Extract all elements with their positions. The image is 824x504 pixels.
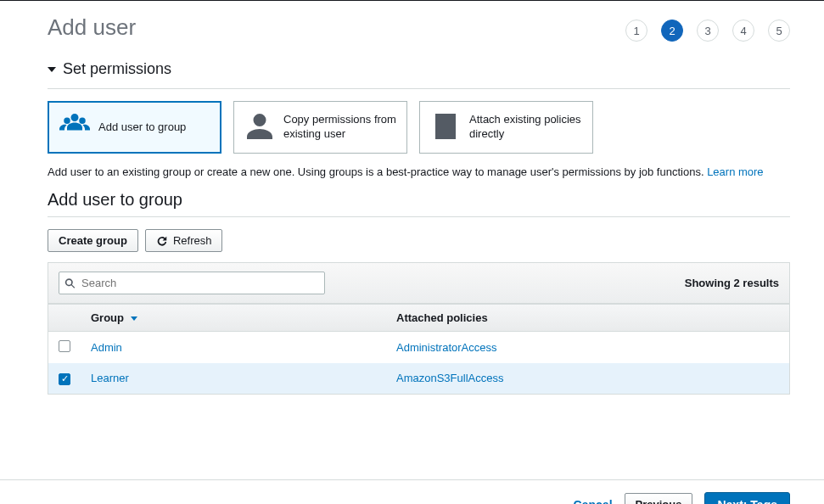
document-icon [430,111,461,144]
card-label: Attach existing policies directly [469,113,582,142]
refresh-button[interactable]: Refresh [145,229,223,252]
table-header-row: Group Attached policies [48,305,789,332]
cancel-button[interactable]: Cancel [574,498,613,505]
section-title: Set permissions [63,60,171,78]
sort-caret-icon [131,316,137,321]
row-checkbox[interactable] [59,373,70,385]
card-label: Add user to group [98,120,186,135]
section-header[interactable]: Set permissions [48,60,790,78]
refresh-icon [156,235,168,247]
policy-link[interactable]: AdministratorAccess [396,341,496,354]
step-5[interactable]: 5 [768,20,790,42]
user-icon [244,111,275,144]
search-box [59,272,325,294]
divider [48,216,790,217]
subsection-title: Add user to group [48,190,790,210]
create-group-button[interactable]: Create group [48,229,138,252]
help-text: Add user to an existing group or create … [48,165,790,178]
group-link[interactable]: Admin [91,341,122,354]
permission-card-2[interactable]: Attach existing policies directly [419,101,593,154]
step-2[interactable]: 2 [661,20,683,42]
search-icon [64,277,76,288]
divider [48,88,790,89]
col-group[interactable]: Group [81,305,386,332]
step-4[interactable]: 4 [732,20,754,42]
learn-more-link[interactable]: Learn more [707,165,763,178]
help-text-body: Add user to an existing group or create … [48,165,707,178]
group-table: Group Attached policies AdminAdministrat… [48,304,789,394]
next-button[interactable]: Next: Tags [704,492,790,505]
header-row: Add user 12345 [48,14,790,42]
previous-button[interactable]: Previous [625,493,693,504]
table-row: AdminAdministratorAccess [48,332,789,364]
col-policies[interactable]: Attached policies [386,305,789,332]
filter-bar: Showing 2 results [48,263,789,304]
step-1[interactable]: 1 [625,20,647,42]
group-link[interactable]: Learner [91,372,129,384]
permission-cards: Add user to groupCopy permissions from e… [48,101,790,154]
step-indicator: 12345 [625,20,790,42]
group-icon [59,111,90,144]
row-checkbox[interactable] [59,340,70,352]
refresh-label: Refresh [173,234,212,247]
group-table-wrap: Showing 2 results Group Attached policie… [48,262,790,395]
footer: Cancel Previous Next: Tags [0,479,824,505]
caret-down-icon [48,67,56,72]
action-buttons: Create group Refresh [48,229,790,252]
col-group-label: Group [91,311,124,324]
main-container: Add user 12345 Set permissions Add user … [0,1,824,395]
table-row: LearnerAmazonS3FullAccess [48,363,789,394]
policy-link[interactable]: AmazonS3FullAccess [396,372,503,384]
previous-label: Previous [636,498,682,504]
permission-card-1[interactable]: Copy permissions from existing user [233,101,407,154]
results-count: Showing 2 results [685,277,779,289]
page-title: Add user [48,14,136,41]
col-checkbox [48,305,81,332]
card-label: Copy permissions from existing user [283,113,396,142]
permission-card-0[interactable]: Add user to group [48,101,221,154]
search-input[interactable] [59,272,325,294]
step-3[interactable]: 3 [697,20,719,42]
